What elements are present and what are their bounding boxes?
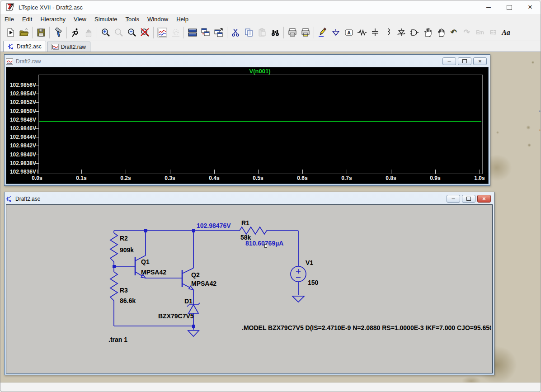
x-tick-label: 0.0s [27,175,47,181]
y-tick-label: 102.9838V [6,160,36,167]
y-tick-label: 102.9846V [6,125,36,132]
menu-edit[interactable]: Edit [18,15,36,24]
component-label-r1-name[interactable]: R1 [241,219,249,227]
restore-icon [462,59,467,63]
voltage-trace[interactable] [39,121,481,122]
menu-tools[interactable]: Tools [122,15,143,24]
component-label-d1-value[interactable]: BZX79C7V5 [158,312,193,320]
component-icon[interactable] [408,26,421,39]
status-bar [0,383,541,392]
zoom-full-extents-icon[interactable] [138,26,151,39]
schematic-window-icon [6,196,13,202]
menu-hierarchy[interactable]: Hierarchy [36,15,70,24]
cut-icon[interactable] [229,26,242,39]
resistor-icon[interactable] [355,26,368,39]
run-icon[interactable] [69,26,82,39]
diode-icon[interactable] [395,26,408,39]
ground-icon[interactable] [329,26,342,39]
y-tick-label: 102.9842V [6,142,36,149]
component-label-d1-name[interactable]: D1 [184,298,193,305]
control-panel-icon[interactable] [52,26,65,39]
y-tick-label: 102.9856V [6,81,36,89]
tab-draft2-raw[interactable]: Draft2.raw [47,42,90,52]
halt-icon [82,26,95,39]
y-tick-label: 102.9836V [6,168,36,175]
print-preview-icon[interactable] [299,26,312,39]
capacitor-icon[interactable] [368,26,381,39]
zoom-in-icon[interactable] [99,26,112,39]
schematic-canvas[interactable]: R2 909k R3 86.6k Q1 MPSA42 Q2 MPSA42 D1 … [6,204,493,373]
net-label-icon[interactable]: A [342,26,355,39]
x-tick-label: 0.7s [337,175,357,181]
tile-horizontal-icon[interactable] [186,26,199,39]
app-window: LTspice XVII - Draft2.asc ─ × File Edit … [0,0,541,392]
component-label-q1-value[interactable]: MPSA42 [141,269,166,276]
component-label-r2-name[interactable]: R2 [120,235,128,242]
minimize-button[interactable]: ─ [478,0,499,14]
component-label-q1-name[interactable]: Q1 [141,258,150,265]
tab-label: Draft2.asc [17,43,42,50]
tab-draft2-asc[interactable]: Draft2.asc [3,41,46,52]
waveform-window-icon [6,58,13,65]
component-label-r2-value[interactable]: 909k [120,246,134,254]
waveform-plot-area[interactable]: V(n001) 102.9856V 102.9854V 102.9852V 10… [6,67,489,184]
schematic-window-titlebar[interactable]: Draft2.asc ─ ✕ [6,194,493,204]
waveform-close-button[interactable]: ✕ [473,57,487,65]
waveform-window-titlebar[interactable]: Draft2.raw ─ ✕ [6,56,489,67]
component-label-q2-name[interactable]: Q2 [191,271,200,279]
tile-vertical-icon[interactable] [199,26,212,39]
redo-icon: ↷ [460,26,473,39]
find-icon[interactable] [268,26,282,39]
menu-view[interactable]: View [70,15,90,24]
y-tick-label: 102.9854V [6,90,36,97]
close-button[interactable]: × [520,0,541,14]
new-schematic-icon[interactable] [4,26,17,39]
component-label-q2-value[interactable]: MPSA42 [191,280,216,287]
waveform-window: Draft2.raw ─ ✕ V(n001) 102.9856V 102.985… [4,54,490,186]
y-tick-label: 102.9844V [6,133,36,141]
open-icon[interactable] [17,26,30,39]
schematic-restore-button[interactable] [462,195,475,203]
save-icon[interactable] [34,26,47,39]
toolbar: A ↶ ↷ Em E∃ Aa [0,24,541,41]
wire-icon[interactable] [316,26,329,39]
trace-label[interactable]: V(n001) [228,68,292,75]
cascade-windows-icon[interactable] [212,26,225,39]
menu-help[interactable]: Help [172,15,193,24]
zoom-out-icon[interactable] [125,26,138,39]
component-label-r3-value[interactable]: 86.6k [120,297,136,304]
print-icon[interactable] [286,26,299,39]
menu-file[interactable]: File [0,15,18,24]
waveform-restore-button[interactable] [458,57,471,65]
y-tick-label: 102.9848V [6,116,36,123]
x-tick-label: 0.5s [248,175,268,181]
menu-window[interactable]: Window [143,15,172,24]
waveform-minimize-button[interactable]: ─ [442,57,456,65]
autorange-y-icon[interactable] [155,26,169,39]
component-label-v1-name[interactable]: V1 [306,259,313,266]
undo-icon[interactable]: ↶ [447,26,460,39]
model-directive[interactable]: .MODEL BZX79C7V5 D(IS=2.4710E-9 N=2.0880… [242,324,491,331]
move-icon[interactable] [421,26,434,39]
x-tick-label: 0.3s [160,175,180,181]
tran-directive[interactable]: .tran 1 [108,336,127,343]
drag-icon[interactable] [434,26,447,39]
copy-icon[interactable] [242,26,255,39]
y-tick-label: 102.9840V [6,151,36,158]
plot-frame [38,75,483,174]
schematic-close-button[interactable]: ✕ [477,195,491,203]
menu-simulate[interactable]: Simulate [90,15,122,24]
schematic-minimize-button[interactable]: ─ [447,195,460,203]
plot-settings-icon [169,26,182,39]
waveform-tab-icon [52,44,59,50]
x-tick-label: 0.1s [71,175,91,181]
circuit-drawing[interactable] [6,205,493,373]
text-icon[interactable]: Aa [499,26,513,39]
component-label-r3-name[interactable]: R3 [120,287,128,294]
inductor-icon[interactable] [381,26,395,39]
title-bar[interactable]: LTspice XVII - Draft2.asc ─ × [0,0,541,14]
maximize-button[interactable] [499,0,520,14]
tab-label: Draft2.raw [61,44,86,50]
schematic-tab-icon [8,43,14,50]
component-label-v1-value[interactable]: 150 [308,279,318,286]
